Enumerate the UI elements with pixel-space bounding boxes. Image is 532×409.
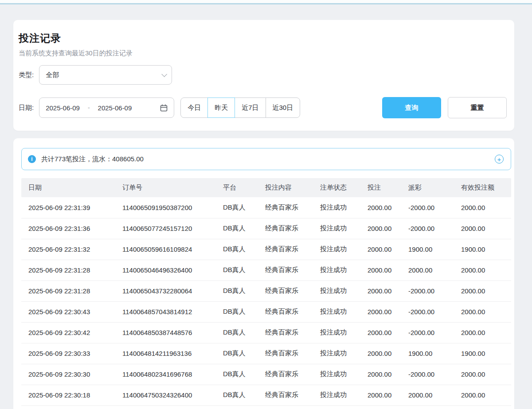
column-header: 派彩	[401, 178, 454, 197]
table-cell: 2000.00	[454, 280, 511, 301]
date-range-picker[interactable]: 2025-06-09 - 2025-06-09	[39, 97, 174, 118]
summary-text: 共计773笔投注，流水：408605.00	[41, 155, 144, 164]
quick-range-3[interactable]: 近30日	[266, 97, 301, 118]
table-cell: -2000.00	[401, 197, 454, 218]
date-label: 日期:	[19, 104, 34, 112]
table-cell: 经典百家乐	[258, 343, 313, 364]
date-end-value[interactable]: 2025-06-09	[98, 104, 132, 112]
reset-button[interactable]: 重置	[448, 97, 507, 118]
table-cell: 经典百家乐	[258, 364, 313, 385]
calendar-icon	[160, 104, 168, 112]
table-cell: -2000.00	[401, 364, 454, 385]
table-cell: 经典百家乐	[258, 280, 313, 301]
table-cell: 2000.00	[360, 322, 401, 343]
column-header: 订单号	[115, 178, 216, 197]
quick-range-group: 今日昨天近7日近30日	[180, 97, 300, 118]
filter-actions: 查询 重置	[382, 97, 507, 118]
table-cell: DB真人	[216, 260, 258, 280]
table-cell: 1140064814211963136	[115, 343, 216, 364]
table-cell: DB真人	[216, 385, 258, 405]
table-cell: 1140065091950387200	[115, 197, 216, 218]
table-cell: 2000.00	[360, 218, 401, 239]
table-row: 2025-06-09 22:30:421140064850387448576DB…	[21, 322, 511, 343]
table-cell: 1900.00	[454, 239, 511, 260]
table-cell: DB真人	[216, 322, 258, 343]
table-header-row: 日期订单号平台投注内容注单状态投注派彩有效投注额	[21, 178, 511, 197]
table-cell: 2000.00	[360, 280, 401, 301]
table-cell: 投注成功	[313, 280, 360, 301]
table-cell: 1900.00	[454, 343, 511, 364]
table-row: 2025-06-09 22:30:181140064750324326400DB…	[21, 385, 511, 405]
table-cell: 1900.00	[401, 239, 454, 260]
table-cell: DB真人	[216, 218, 258, 239]
table-cell: 经典百家乐	[258, 197, 313, 218]
table-cell: 投注成功	[313, 218, 360, 239]
table-cell: 2000.00	[360, 239, 401, 260]
table-cell: 1140064802341696768	[115, 364, 216, 385]
table-cell: 经典百家乐	[258, 322, 313, 343]
column-header: 注单状态	[313, 178, 360, 197]
page-title: 投注记录	[19, 31, 507, 45]
type-select[interactable]: 全部	[39, 65, 172, 85]
table-cell: 2000.00	[454, 385, 511, 405]
column-header: 投注	[360, 178, 401, 197]
summary-banner: i 共计773笔投注，流水：408605.00 +	[21, 148, 511, 170]
table-cell: 2000.00	[360, 260, 401, 280]
table-cell: 2000.00	[454, 364, 511, 385]
table-cell: 2000.00	[360, 197, 401, 218]
table-row: 2025-06-09 22:31:281140065046496326400DB…	[21, 260, 511, 280]
expand-plus-icon[interactable]: +	[495, 155, 504, 164]
table-cell: 2025-06-09 22:30:42	[21, 322, 115, 343]
column-header: 有效投注额	[454, 178, 511, 197]
table-cell: 经典百家乐	[258, 260, 313, 280]
table-cell: 1140064857043814912	[115, 301, 216, 322]
table-cell: 经典百家乐	[258, 239, 313, 260]
table-body: 2025-06-09 22:31:391140065091950387200DB…	[21, 197, 511, 405]
filter-card: 投注记录 当前系统支持查询最近30日的投注记录 类型: 全部 日期: 2025-…	[13, 20, 514, 131]
type-label: 类型:	[19, 71, 34, 79]
quick-range-1[interactable]: 昨天	[207, 97, 235, 118]
table-row: 2025-06-09 22:30:431140064857043814912DB…	[21, 301, 511, 322]
table-cell: -2000.00	[401, 280, 454, 301]
table-cell: 2000.00	[360, 301, 401, 322]
column-header: 日期	[21, 178, 115, 197]
page-subtitle: 当前系统支持查询最近30日的投注记录	[19, 49, 507, 58]
table-cell: 1140064850387448576	[115, 322, 216, 343]
table-cell: 1140065043732280064	[115, 280, 216, 301]
info-icon: i	[28, 155, 36, 163]
quick-range-2[interactable]: 近7日	[235, 97, 266, 118]
table-cell: 2000.00	[360, 343, 401, 364]
table-cell: 投注成功	[313, 322, 360, 343]
table-cell: 投注成功	[313, 343, 360, 364]
table-cell: DB真人	[216, 197, 258, 218]
query-button[interactable]: 查询	[382, 97, 441, 118]
top-accent-bar	[0, 0, 532, 4]
column-header: 平台	[216, 178, 258, 197]
date-range-separator: -	[88, 104, 90, 111]
table-cell: 2000.00	[454, 197, 511, 218]
table-cell: DB真人	[216, 343, 258, 364]
table-cell: 经典百家乐	[258, 385, 313, 405]
table-cell: 2000.00	[360, 364, 401, 385]
table-cell: 投注成功	[313, 364, 360, 385]
table-cell: 投注成功	[313, 239, 360, 260]
table-cell: -2000.00	[401, 218, 454, 239]
date-start-value[interactable]: 2025-06-09	[46, 104, 80, 112]
table-cell: 2000.00	[454, 260, 511, 280]
table-cell: 1140065046496326400	[115, 260, 216, 280]
quick-range-0[interactable]: 今日	[180, 97, 208, 118]
table-cell: 2000.00	[454, 218, 511, 239]
table-cell: 2025-06-09 22:30:30	[21, 364, 115, 385]
table-cell: 1140065059616109824	[115, 239, 216, 260]
table-cell: 经典百家乐	[258, 301, 313, 322]
table-cell: 2025-06-09 22:30:18	[21, 385, 115, 405]
table-cell: 1900.00	[401, 343, 454, 364]
column-header: 投注内容	[258, 178, 313, 197]
table-row: 2025-06-09 22:31:321140065059616109824DB…	[21, 239, 511, 260]
table-cell: 投注成功	[313, 197, 360, 218]
table-cell: 2025-06-09 22:31:32	[21, 239, 115, 260]
table-cell: -2000.00	[401, 322, 454, 343]
table-cell: DB真人	[216, 280, 258, 301]
table-cell: 2025-06-09 22:30:43	[21, 301, 115, 322]
table-row: 2025-06-09 22:31:281140065043732280064DB…	[21, 280, 511, 301]
